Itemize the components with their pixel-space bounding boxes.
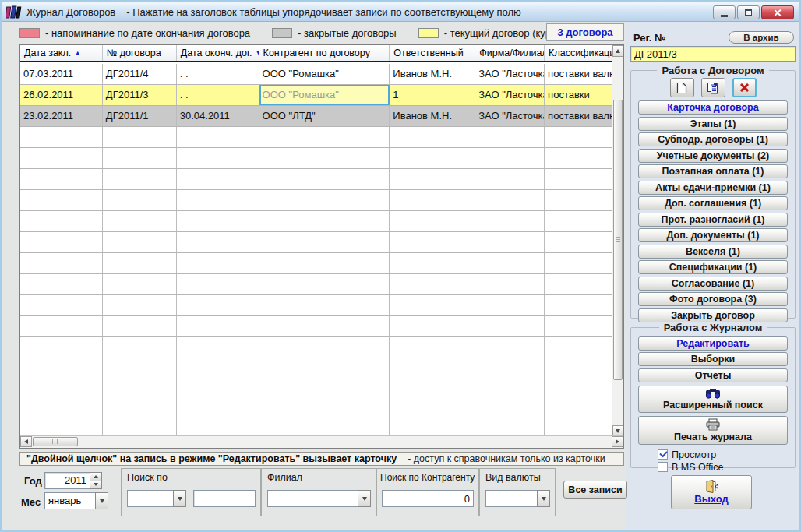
search-by-input[interactable] — [193, 490, 256, 507]
scroll-left-button[interactable] — [20, 436, 32, 447]
currency-dropdown-button[interactable] — [537, 490, 550, 507]
filter-bar: Год 2011 Мес январь Поиск по Филиал — [2, 468, 626, 523]
empty-table-row[interactable] — [20, 337, 612, 358]
empty-cell — [103, 127, 177, 147]
contract-button-2[interactable]: Этапы (1) — [638, 117, 788, 131]
chevron-down-icon — [542, 497, 546, 501]
contract-button-1[interactable]: Карточка договора — [638, 100, 788, 115]
exit-button[interactable]: Выход — [671, 475, 752, 509]
column-header-4[interactable]: Контрагент по договору — [259, 45, 390, 61]
delete-contract-button[interactable] — [732, 78, 757, 97]
checkbox-ms-office[interactable]: В MS Office — [658, 461, 789, 474]
journal-button-1[interactable]: Редактировать — [638, 336, 788, 351]
currency-dropdown[interactable] — [485, 490, 550, 507]
contracts-count-badge[interactable]: 3 договора — [546, 23, 624, 41]
vertical-scroll-thumb[interactable] — [613, 100, 623, 380]
year-value[interactable]: 2011 — [44, 472, 90, 489]
empty-table-row[interactable] — [20, 148, 612, 169]
empty-table-row[interactable] — [20, 274, 612, 295]
selected-cell[interactable]: ООО "Ромашка" — [259, 85, 390, 105]
column-header-7[interactable]: Классификация — [545, 45, 612, 61]
contract-button-9[interactable]: Доп. документы (1) — [638, 228, 788, 242]
legend-bar: - напоминание по дате окончания договора… — [19, 25, 624, 41]
column-header-6[interactable]: Фирма/Филиал — [475, 45, 545, 61]
empty-table-row[interactable] — [20, 421, 612, 437]
empty-cell — [20, 400, 103, 421]
empty-table-row[interactable] — [20, 358, 612, 379]
new-contract-button[interactable] — [670, 78, 694, 97]
empty-cell — [103, 379, 177, 400]
empty-table-row[interactable] — [20, 379, 612, 400]
branch-dropdown-value[interactable] — [267, 490, 358, 507]
contract-button-14[interactable]: Закрыть договор — [638, 308, 788, 322]
column-header-5[interactable]: Ответственный — [390, 45, 475, 61]
copy-document-icon — [707, 82, 719, 94]
search-by-dropdown-value[interactable] — [127, 490, 173, 507]
empty-table-row[interactable] — [20, 316, 612, 337]
branch-dropdown[interactable] — [267, 490, 371, 507]
counterparty-input[interactable] — [382, 490, 474, 507]
status-hint-normal: - доступ к справочникам только из карточ… — [408, 453, 605, 464]
journal-group: Работа с Журналом РедактироватьВыборкиОт… — [630, 322, 796, 468]
table-header-row: Дата закл.▲№ договораДата оконч. дог.▼Ко… — [20, 45, 612, 62]
scroll-up-button[interactable] — [612, 45, 623, 57]
vertical-scrollbar[interactable] — [612, 45, 623, 437]
advanced-search-button[interactable]: Расширенный поиск — [638, 386, 788, 413]
journal-button-3[interactable]: Отчеты — [638, 368, 788, 382]
empty-table-row[interactable] — [20, 211, 612, 232]
minimize-button[interactable] — [713, 5, 736, 19]
table-row[interactable]: 07.03.2011ДГ2011/4. .ООО "Ромашка"Иванов… — [20, 64, 612, 85]
empty-table-row[interactable] — [20, 169, 612, 190]
search-by-dropdown-button[interactable] — [173, 490, 186, 507]
journal-button-2[interactable]: Выборки — [638, 352, 788, 366]
search-by-dropdown[interactable] — [127, 490, 186, 507]
empty-table-row[interactable] — [20, 400, 612, 421]
month-dropdown-button[interactable] — [95, 492, 108, 509]
contract-button-11[interactable]: Спецификации (1) — [638, 260, 788, 274]
contract-button-12[interactable]: Согласование (1) — [638, 277, 788, 291]
column-header-label: Фирма/Филиал — [479, 45, 545, 61]
contract-button-4[interactable]: Учетные документы (2) — [638, 149, 788, 163]
contract-button-5[interactable]: Поэтапная оплата (1) — [638, 164, 788, 178]
column-header-3[interactable]: Дата оконч. дог.▼ — [177, 45, 259, 61]
contract-button-3[interactable]: Субподр. договоры (1) — [638, 132, 788, 146]
close-button[interactable] — [761, 5, 794, 19]
archive-button[interactable]: В архив — [729, 31, 794, 44]
reg-number-input[interactable] — [630, 46, 796, 62]
empty-cell — [259, 400, 390, 421]
contract-button-13[interactable]: Фото договора (3) — [638, 292, 788, 306]
contract-button-6[interactable]: Акты сдачи-приемки (1) — [638, 181, 788, 195]
print-journal-button[interactable]: Печать журнала — [638, 416, 788, 445]
empty-table-row[interactable] — [20, 253, 612, 274]
journal-group-title: Работа с Журналом — [659, 322, 767, 333]
contract-button-7[interactable]: Доп. соглашения (1) — [638, 196, 788, 210]
empty-table-row[interactable] — [20, 127, 612, 148]
column-header-2[interactable]: № договора — [103, 45, 177, 61]
month-dropdown[interactable]: январь — [44, 492, 108, 509]
contract-button-8[interactable]: Прот. разногласий (1) — [638, 213, 788, 227]
currency-dropdown-value[interactable] — [485, 490, 537, 507]
table-row[interactable]: 26.02.2011ДГ2011/3. .ООО "Ромашка"1ЗАО "… — [20, 85, 612, 106]
empty-table-row[interactable] — [20, 295, 612, 316]
column-header-1[interactable]: Дата закл.▲ — [20, 45, 103, 61]
checkbox-preview[interactable]: Просмотр — [658, 449, 789, 461]
empty-table-row[interactable] — [20, 190, 612, 211]
scroll-right-button[interactable] — [612, 436, 623, 447]
empty-cell — [20, 379, 103, 400]
year-up-button[interactable] — [90, 473, 101, 481]
empty-cell — [390, 316, 475, 336]
contract-button-10[interactable]: Векселя (1) — [638, 245, 788, 259]
month-value[interactable]: январь — [44, 492, 95, 509]
current-color-swatch — [418, 28, 439, 38]
maximize-button[interactable] — [737, 5, 760, 19]
horizontal-scroll-thumb[interactable] — [33, 437, 78, 446]
year-spinner[interactable]: 2011 — [44, 472, 102, 489]
table-row[interactable]: 23.02.2011ДГ2011/130.04.2011ООО "ЛТД"Ива… — [20, 106, 612, 127]
horizontal-scrollbar[interactable] — [20, 435, 623, 448]
all-records-button[interactable]: Все записи — [563, 481, 627, 499]
copy-contract-button[interactable] — [701, 78, 725, 97]
closed-color-swatch — [272, 28, 292, 38]
empty-table-row[interactable] — [20, 232, 612, 253]
branch-dropdown-button[interactable] — [358, 490, 371, 507]
year-down-button[interactable] — [90, 481, 101, 489]
